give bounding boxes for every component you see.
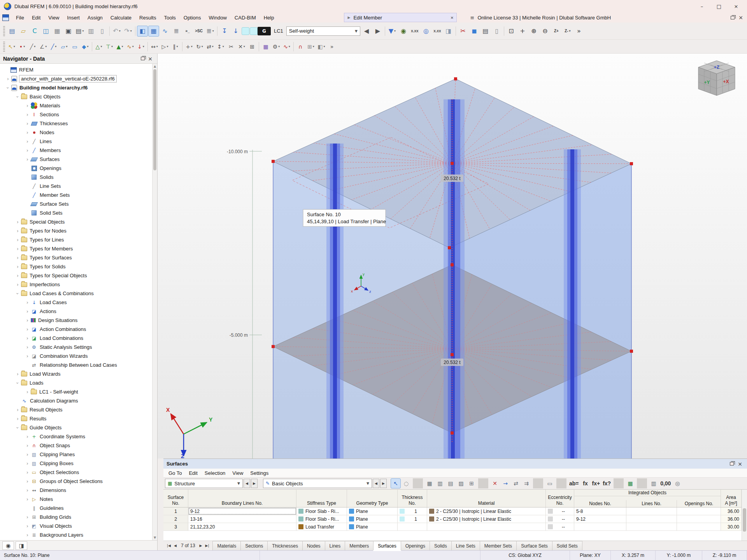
lasso-select-icon[interactable]: ◌: [401, 478, 411, 488]
move-copy-icon[interactable]: +: [184, 42, 194, 52]
export-row-icon[interactable]: →: [500, 478, 510, 488]
dock-panel-icon[interactable]: [731, 16, 735, 19]
toolbar-handle[interactable]: [3, 26, 5, 36]
row-number-cell[interactable]: 1: [163, 508, 188, 515]
connect-icon[interactable]: ⊞: [247, 42, 257, 52]
tree-item[interactable]: Types for Lines: [0, 235, 152, 244]
separator[interactable]: [135, 26, 135, 36]
tree-item[interactable]: Clipping Boxes: [0, 459, 152, 468]
expander-icon[interactable]: [14, 255, 21, 261]
tree-item[interactable]: Basic Objects: [0, 92, 152, 101]
tree-item[interactable]: Action Combinations: [0, 325, 152, 334]
area-cell[interactable]: 30.00: [721, 523, 742, 530]
dlubal-center-icon[interactable]: C: [29, 26, 40, 37]
scale-icon[interactable]: ↕: [216, 42, 226, 52]
separator[interactable]: [456, 26, 456, 36]
zoom-in-icon[interactable]: ⊕: [528, 26, 539, 37]
tree-item[interactable]: Nodes: [0, 128, 152, 137]
expander-icon[interactable]: [14, 425, 21, 430]
scrollbar-thumb[interactable]: [153, 69, 156, 170]
results-display-icon[interactable]: ∿: [282, 42, 292, 52]
expander-icon[interactable]: [24, 461, 31, 466]
separator[interactable]: [217, 26, 217, 36]
expander-icon[interactable]: [24, 523, 31, 529]
lines-no-cell[interactable]: [626, 508, 677, 515]
tree-item[interactable]: Materials: [0, 101, 152, 110]
table-tab[interactable]: Members: [345, 541, 374, 550]
panel-menu-item[interactable]: Selection: [201, 469, 229, 477]
generate-mesh-icon[interactable]: ▦: [261, 42, 271, 52]
table-tab[interactable]: Surface Sets: [516, 541, 552, 550]
separator[interactable]: [147, 42, 148, 51]
expander-icon[interactable]: [24, 532, 31, 538]
open-model-icon[interactable]: ▱: [18, 26, 29, 37]
more-tools-icon[interactable]: »: [327, 42, 337, 52]
tree-item[interactable]: LC1 - Self-weight: [0, 387, 152, 396]
stiffness-type-cell[interactable]: Load Transfer: [296, 523, 347, 530]
divide-icon[interactable]: ✕: [237, 42, 247, 52]
toolbar-handle[interactable]: [3, 42, 5, 52]
insert-opening-icon[interactable]: ▭: [70, 42, 80, 52]
isometric-z-plus-icon[interactable]: Z+: [551, 26, 562, 37]
column-left[interactable]: [326, 144, 344, 458]
expander-icon[interactable]: [14, 219, 21, 225]
insert-load-icon[interactable]: ↓: [136, 42, 146, 52]
prev-table-button[interactable]: ◀: [373, 479, 379, 488]
expander-icon[interactable]: [14, 291, 21, 296]
table-tab[interactable]: Thicknesses: [267, 541, 303, 550]
tree-item[interactable]: Static Analysis Settings: [0, 343, 152, 352]
dock-panel-icon[interactable]: [730, 462, 734, 466]
expander-icon[interactable]: [24, 309, 31, 314]
select-in-graphic-icon[interactable]: ↖: [391, 478, 401, 488]
close-panel-icon[interactable]: ×: [738, 461, 742, 467]
lines-no-cell[interactable]: [626, 523, 677, 530]
table-sort-icon[interactable]: ▤: [445, 478, 456, 488]
tree-item[interactable]: Imperfections: [0, 280, 152, 289]
area-cell[interactable]: 36.00: [721, 508, 742, 515]
next-load-case-button[interactable]: ▶: [372, 26, 383, 37]
load-case-select[interactable]: Self-weight ▼: [286, 26, 360, 36]
separator[interactable]: [259, 42, 259, 51]
tree-item[interactable]: Relationship Between Load Cases: [0, 360, 152, 369]
tree-item[interactable]: Surface Sets: [0, 200, 152, 208]
formula-add-icon[interactable]: fx+: [591, 478, 601, 488]
separator[interactable]: [182, 42, 182, 51]
expander-icon[interactable]: [24, 300, 31, 305]
separator[interactable]: [92, 42, 92, 51]
insert-hinge-icon[interactable]: ⊤: [104, 42, 114, 52]
exchange-icon[interactable]: ⇄: [511, 478, 521, 488]
tree-item[interactable]: Types for Nodes: [0, 226, 152, 235]
material-cell[interactable]: 2 - C25/30 | Isotropic | Linear Elastic: [427, 508, 546, 515]
menu-item[interactable]: View: [44, 14, 63, 22]
insert-release-icon[interactable]: ▲: [115, 42, 125, 52]
insert-line-icon[interactable]: ╱: [28, 42, 38, 52]
work-plane-icon[interactable]: ◧: [316, 42, 326, 52]
table-list2-icon[interactable]: ≣: [205, 26, 216, 37]
separator[interactable]: [504, 26, 504, 36]
boundary-lines-cell[interactable]: 13-16: [188, 515, 296, 523]
save-icon[interactable]: ▣: [63, 26, 74, 37]
separator[interactable]: [109, 26, 110, 36]
maximize-button[interactable]: □: [711, 1, 727, 11]
zoom-out-icon[interactable]: ⊖: [540, 26, 551, 37]
tree-item[interactable]: RFEM: [0, 65, 152, 74]
menu-item[interactable]: Window: [205, 14, 231, 22]
row-number-cell[interactable]: 2: [163, 515, 188, 523]
table-tab[interactable]: Openings: [401, 541, 430, 550]
expander-icon[interactable]: [14, 380, 21, 386]
table-tab[interactable]: Sections: [240, 541, 268, 550]
table-tab[interactable]: Line Sets: [451, 541, 480, 550]
thickness-cell[interactable]: [398, 523, 427, 530]
geometry-type-cell[interactable]: Plane: [347, 508, 398, 515]
nodes-no-cell[interactable]: 5-8: [574, 508, 626, 515]
tree-item[interactable]: Types for Special Objects: [0, 271, 152, 280]
separator[interactable]: [413, 478, 423, 488]
tree-item[interactable]: Visual Objects: [0, 522, 152, 530]
table-filter-icon[interactable]: ▥: [435, 478, 445, 488]
tree-item[interactable]: Actions: [0, 307, 152, 316]
navigator-header[interactable]: Navigator - Data ×: [0, 54, 157, 64]
expander-icon[interactable]: [24, 157, 31, 162]
decimal-places-button[interactable]: 0,00: [659, 478, 672, 488]
column-right[interactable]: [564, 149, 581, 458]
expander-icon[interactable]: [14, 246, 21, 252]
